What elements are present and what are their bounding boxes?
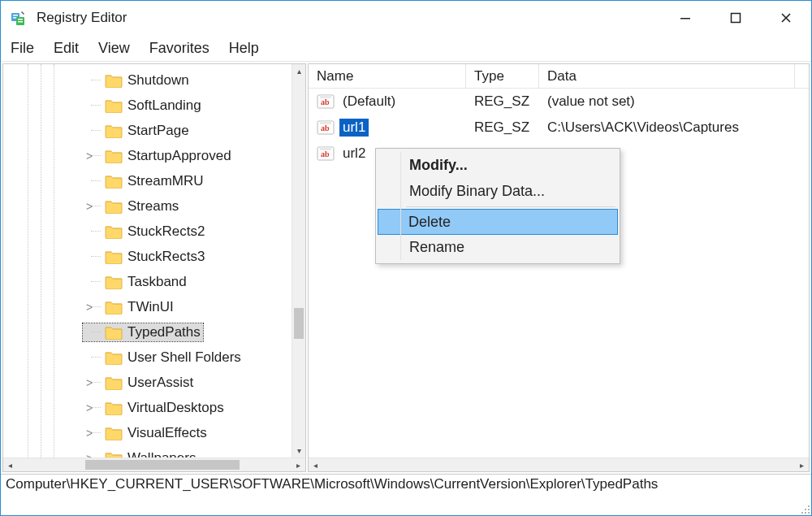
string-value-icon: ab: [317, 93, 335, 110]
tree-item-label: User Shell Folders: [127, 349, 241, 366]
regedit-app-icon: [11, 10, 27, 26]
menu-file[interactable]: File: [11, 40, 34, 57]
folder-icon: [105, 426, 123, 440]
value-name: (Default): [339, 93, 399, 111]
expander-icon[interactable]: >: [86, 452, 99, 458]
menu-help[interactable]: Help: [229, 40, 259, 57]
window-title: Registry Editor: [37, 10, 127, 26]
svg-rect-4: [18, 19, 23, 20]
value-data: (value not set): [539, 93, 809, 110]
list-horizontal-scrollbar[interactable]: ◂ ▸: [309, 457, 809, 471]
svg-point-17: [801, 512, 803, 514]
expander-icon[interactable]: >: [86, 301, 99, 314]
content-area: ShutdownSoftLandingStartPage>StartupAppr…: [1, 61, 811, 474]
menu-view[interactable]: View: [98, 40, 130, 57]
context-menu-item[interactable]: Delete: [378, 209, 618, 235]
expander-icon[interactable]: >: [86, 401, 99, 414]
tree-horizontal-scrollbar[interactable]: ◂ ▸: [3, 457, 305, 471]
tree-item[interactable]: TypedPaths: [3, 319, 305, 345]
svg-rect-1: [13, 15, 18, 16]
tree-item-label: Taskband: [127, 274, 187, 290]
svg-point-14: [808, 505, 810, 507]
folder-icon: [105, 350, 123, 365]
tree-item[interactable]: >VisualEffects: [3, 420, 305, 445]
tree-item[interactable]: SoftLanding: [3, 93, 305, 118]
tree-hscrollbar-thumb[interactable]: [85, 460, 240, 470]
svg-rect-5: [18, 21, 23, 23]
list-pane: Name Type Data ab(Default)REG_SZ(value n…: [308, 63, 810, 472]
statusbar: Computer\HKEY_CURRENT_USER\SOFTWARE\Micr…: [1, 474, 811, 495]
tree-item-label: TypedPaths: [127, 324, 201, 340]
minimize-button[interactable]: [660, 1, 710, 35]
tree-item-label: StartupApproved: [127, 148, 231, 164]
tree-item[interactable]: >Wallpapers: [3, 445, 305, 457]
menu-favorites[interactable]: Favorites: [149, 40, 209, 57]
scroll-right-arrow-icon[interactable]: ▸: [795, 458, 809, 471]
tree-item-label: TWinUI: [127, 299, 174, 315]
scroll-down-arrow-icon[interactable]: ▾: [292, 444, 305, 457]
scroll-up-arrow-icon[interactable]: ▴: [292, 64, 305, 78]
svg-point-19: [808, 512, 810, 514]
tree-item-label: Wallpapers: [127, 450, 196, 458]
list-row[interactable]: ab(Default)REG_SZ(value not set): [309, 89, 809, 115]
string-value-icon: ab: [317, 119, 335, 136]
menubar: File Edit View Favorites Help: [1, 35, 811, 61]
tree-item-label: Shutdown: [127, 72, 189, 89]
tree-item-label: StuckRects2: [127, 223, 205, 240]
folder-icon: [105, 149, 123, 163]
tree-item[interactable]: Shutdown: [3, 67, 305, 93]
scroll-left-arrow-icon[interactable]: ◂: [3, 458, 17, 471]
svg-point-16: [808, 509, 810, 510]
tree-item-label: VirtualDesktops: [127, 400, 224, 416]
tree-item[interactable]: StuckRects3: [3, 244, 305, 269]
value-name: url2: [339, 145, 369, 163]
list-body[interactable]: ab(Default)REG_SZ(value not set)aburl1RE…: [309, 89, 809, 457]
context-menu-item[interactable]: Rename: [378, 234, 617, 260]
scroll-right-arrow-icon[interactable]: ▸: [292, 458, 305, 471]
statusbar-path: Computer\HKEY_CURRENT_USER\SOFTWARE\Micr…: [6, 476, 658, 492]
tree-item[interactable]: >UserAssist: [3, 370, 305, 395]
tree-item[interactable]: StuckRects2: [3, 219, 305, 244]
folder-icon: [105, 275, 123, 289]
tree-viewport[interactable]: ShutdownSoftLandingStartPage>StartupAppr…: [3, 64, 305, 457]
tree-item[interactable]: StreamMRU: [3, 168, 305, 193]
string-value-icon: ab: [317, 145, 335, 162]
tree-item[interactable]: StartPage: [3, 118, 305, 143]
expander-icon[interactable]: >: [86, 150, 99, 163]
titlebar: Registry Editor: [1, 1, 811, 35]
tree-item-label: Streams: [127, 198, 179, 215]
column-header-name[interactable]: Name: [309, 64, 466, 88]
context-menu: Modify...Modify Binary Data...DeleteRena…: [375, 148, 620, 264]
tree-item[interactable]: >TWinUI: [3, 294, 305, 319]
tree-scrollbar-thumb[interactable]: [294, 308, 304, 339]
tree-item[interactable]: Taskband: [3, 269, 305, 294]
expander-icon[interactable]: >: [86, 200, 99, 213]
tree-item[interactable]: >Streams: [3, 193, 305, 219]
folder-icon: [105, 401, 123, 415]
svg-text:ab: ab: [321, 124, 330, 132]
tree-vertical-scrollbar[interactable]: ▴ ▾: [292, 64, 305, 457]
tree-item[interactable]: User Shell Folders: [3, 345, 305, 370]
tree-item-label: StreamMRU: [127, 173, 204, 189]
list-header-row: Name Type Data: [309, 64, 809, 89]
menu-edit[interactable]: Edit: [54, 40, 79, 57]
value-type: REG_SZ: [466, 93, 539, 110]
folder-icon: [105, 451, 123, 458]
close-button[interactable]: [761, 1, 811, 35]
expander-icon[interactable]: >: [86, 376, 99, 389]
expander-icon[interactable]: >: [86, 427, 99, 440]
svg-rect-7: [732, 14, 741, 23]
maximize-button[interactable]: [710, 1, 761, 35]
context-menu-item[interactable]: Modify...: [378, 152, 617, 178]
scroll-left-arrow-icon[interactable]: ◂: [309, 458, 322, 471]
tree-item[interactable]: >VirtualDesktops: [3, 395, 305, 420]
folder-icon: [105, 375, 123, 390]
context-menu-item[interactable]: Modify Binary Data...: [378, 178, 617, 204]
resize-grip-icon[interactable]: [799, 503, 810, 514]
column-header-type[interactable]: Type: [466, 64, 539, 88]
tree-item-label: UserAssist: [127, 375, 193, 391]
column-header-data[interactable]: Data: [539, 64, 795, 88]
tree-item[interactable]: >StartupApproved: [3, 143, 305, 168]
list-row[interactable]: aburl1REG_SZC:\Users\ACK\Videos\Captures: [309, 115, 809, 141]
folder-icon: [105, 224, 123, 239]
